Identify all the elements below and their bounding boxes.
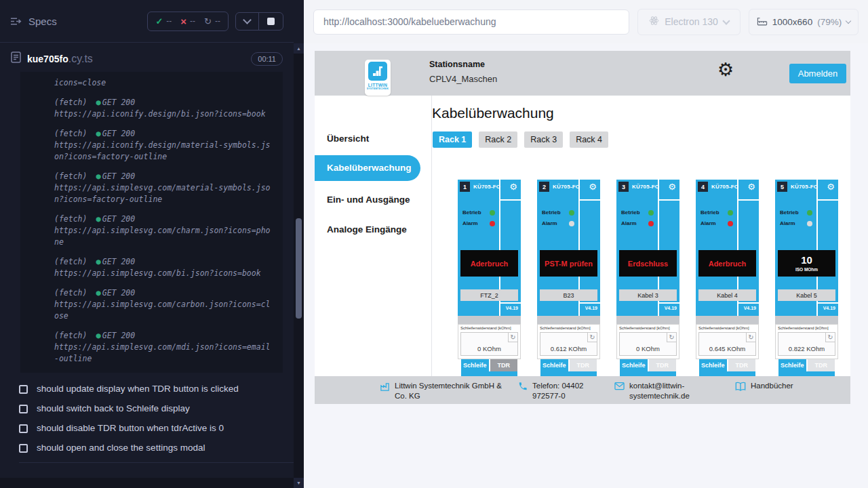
ruler-icon — [757, 16, 768, 28]
betrieb-led — [807, 210, 812, 216]
cable-name: FTZ_2 — [460, 289, 518, 301]
viewport-select[interactable]: 1000x660 (79%) — [749, 9, 859, 35]
log-entry[interactable]: (fetch)●GET 200https://api.simplesvg.com… — [54, 330, 273, 365]
tdr-button[interactable]: TDR — [649, 359, 677, 371]
test-item[interactable]: should disable TDR button when tdrActive… — [19, 423, 294, 433]
browser-toolbar: Electron 130 1000x660 (79%) — [304, 0, 868, 43]
device-settings-icon[interactable]: ⚙ — [747, 182, 755, 192]
station-info: Stationsname CPLV4_Maschen — [429, 60, 497, 84]
command-log: icons=close (fetch)●GET 200https://api.i… — [20, 72, 283, 373]
device-number: 4 — [698, 182, 708, 192]
test-state-icon — [19, 424, 28, 433]
test-item[interactable]: should update display when TDR button is… — [19, 384, 294, 394]
footer-manuals[interactable]: Handbücher — [735, 381, 793, 391]
spec-name: kue705fo — [27, 54, 68, 64]
tdr-button[interactable]: TDR — [490, 359, 518, 371]
schleife-button[interactable]: Schleife — [778, 359, 806, 371]
tab-rack-3[interactable]: Rack 3 — [524, 131, 563, 148]
device-settings-icon[interactable]: ⚙ — [589, 182, 597, 192]
betrieb-led — [490, 210, 495, 216]
station-name: CPLV4_Maschen — [429, 74, 497, 84]
settings-gear-icon[interactable]: ⚙ — [717, 59, 734, 81]
log-entry[interactable]: icons=close — [54, 77, 273, 89]
schleife-button[interactable]: Schleife — [540, 359, 568, 371]
run-stats: ✓-- ×-- ↻-- — [147, 12, 229, 31]
phone-icon — [518, 382, 528, 391]
log-entry[interactable]: (fetch)●GET 200https://api.simplesvg.com… — [54, 171, 273, 205]
log-entry[interactable]: (fetch)●GET 200https://api.simplesvg.com… — [54, 256, 273, 279]
tdr-button[interactable]: TDR — [570, 359, 597, 371]
refresh-icon[interactable]: ↻ — [508, 333, 517, 342]
electron-icon — [649, 16, 659, 28]
nav-item-uebersicht[interactable]: Übersicht — [315, 134, 369, 144]
tab-rack-1[interactable]: Rack 1 — [433, 131, 472, 148]
app-window: LITTWIN SYSTEMTECHNIK Stationsname CPLV4… — [315, 51, 850, 404]
rack-tabs: Rack 1 Rack 2 Rack 3 Rack 4 — [433, 131, 608, 148]
scroll-up-button[interactable]: ▲ — [294, 43, 304, 54]
refresh-icon[interactable]: ↻ — [587, 333, 597, 342]
url-input[interactable] — [313, 9, 629, 35]
tdr-button[interactable]: TDR — [728, 359, 756, 371]
schleife-button[interactable]: Schleife — [699, 359, 727, 371]
firmware-version: V4.19 — [823, 306, 835, 310]
refresh-icon[interactable]: ↻ — [825, 333, 835, 342]
log-entry[interactable]: (fetch)●GET 200https://api.iconify.desig… — [54, 128, 273, 163]
logout-button[interactable]: Abmelden — [789, 64, 846, 83]
stop-button[interactable] — [258, 13, 283, 30]
chevron-down-icon — [243, 16, 252, 24]
log-entry[interactable]: (fetch)●GET 200https://api.simplesvg.com… — [54, 214, 273, 248]
specs-menu-icon[interactable] — [10, 17, 22, 26]
scroll-down-button[interactable]: ▼ — [294, 478, 304, 488]
tdr-button[interactable]: TDR — [808, 359, 835, 371]
alarm-led — [569, 221, 574, 226]
refresh-icon[interactable]: ↻ — [667, 333, 676, 342]
browser-select[interactable]: Electron 130 — [637, 9, 741, 35]
footer-email[interactable]: kontakt@littwin-systemtechnik.de — [614, 381, 730, 401]
running-icon: ↻ — [204, 16, 212, 26]
test-item[interactable]: should switch back to Schleife display — [19, 403, 294, 413]
horizontal-scrollbar[interactable] — [0, 478, 294, 488]
tab-rack-4[interactable]: Rack 4 — [570, 131, 608, 148]
littwin-logo: LITTWIN SYSTEMTECHNIK — [365, 60, 391, 96]
aut-frame: LITTWIN SYSTEMTECHNIK Stationsname CPLV4… — [304, 43, 868, 488]
measurement-panel: Schleifenwiderstand [kOhm]↻0 KOhm — [616, 324, 679, 359]
spec-duration: 00:11 — [251, 52, 283, 66]
log-entry[interactable]: (fetch)●GET 200https://api.iconify.desig… — [54, 97, 273, 120]
measurement-value: 0.822 KOhm — [778, 345, 835, 352]
littwin-logo-icon — [368, 62, 387, 81]
device-card: 1KÜ705-FO⚙BetriebAlarmAderbruchFTZ_2V4.1… — [458, 180, 521, 376]
spec-file-icon — [11, 52, 21, 66]
device-settings-icon[interactable]: ⚙ — [827, 182, 835, 192]
cable-name: Kabel 4 — [698, 289, 756, 301]
cable-name: B23 — [540, 289, 597, 301]
nav-item-ein-und-ausgaenge[interactable]: Ein- und Ausgänge — [315, 195, 410, 205]
collapse-button[interactable] — [236, 13, 258, 30]
measurement-panel: Schleifenwiderstand [kOhm]↻0 KOhm — [458, 324, 521, 359]
specs-title: Specs — [28, 16, 57, 27]
schleife-button[interactable]: Schleife — [461, 359, 489, 371]
measurement-value: 0.612 KOhm — [540, 345, 597, 352]
device-settings-icon[interactable]: ⚙ — [509, 182, 517, 192]
test-list: should update display when TDR button is… — [0, 373, 294, 463]
device-model: KÜ705-FO — [791, 184, 818, 190]
measurement-panel: Schleifenwiderstand [kOhm]↻0.645 KOhm — [696, 324, 759, 359]
footer-phone[interactable]: Telefon: 04402 972577-0 — [518, 381, 610, 401]
spec-file-row[interactable]: kue705fo.cy.ts 00:11 — [0, 43, 294, 72]
email-icon — [614, 382, 625, 390]
betrieb-led — [569, 210, 574, 216]
scrollbar-thumb[interactable] — [296, 218, 302, 319]
log-entry[interactable]: (fetch)●GET 200https://api.simplesvg.com… — [54, 287, 273, 322]
alarm-led — [490, 221, 495, 226]
test-item[interactable]: should open and close the settings modal — [19, 443, 294, 453]
chevron-down-icon — [722, 17, 730, 24]
browser-name: Electron 130 — [665, 16, 718, 27]
nav-item-analoge-eingaenge[interactable]: Analoge Eingänge — [315, 224, 407, 235]
refresh-icon[interactable]: ↻ — [746, 333, 755, 342]
betrieb-led — [648, 210, 654, 216]
vertical-scrollbar[interactable]: ▲ ▼ — [294, 43, 304, 488]
device-settings-icon[interactable]: ⚙ — [668, 182, 676, 192]
schleife-button[interactable]: Schleife — [620, 359, 648, 371]
nav-item-kabelueberwachung-active[interactable]: Kabelüberwachung — [315, 155, 420, 181]
tab-rack-2[interactable]: Rack 2 — [479, 131, 517, 148]
device-model: KÜ705-FO — [632, 184, 659, 190]
